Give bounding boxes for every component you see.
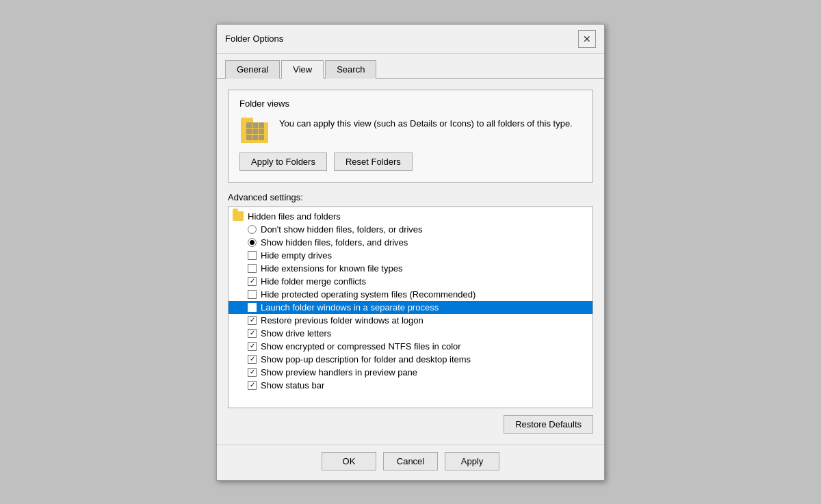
folder-views-label: Folder views bbox=[239, 98, 582, 109]
list-item-text: Hide protected operating system files (R… bbox=[261, 289, 588, 300]
list-item-text: Hide folder merge conflicts bbox=[261, 276, 588, 287]
list-item-text: Hide extensions for known file types bbox=[261, 263, 588, 274]
checkbox-launch-folder-windows[interactable] bbox=[248, 303, 257, 312]
dialog-content: Folder views You can apply this view (su… bbox=[217, 79, 604, 445]
checkbox-hide-protected-os[interactable] bbox=[248, 290, 257, 299]
folder-options-dialog: Folder Options ✕ General View Search Fol… bbox=[216, 24, 605, 481]
group-header-text: Hidden files and folders bbox=[248, 211, 341, 222]
apply-to-folders-button[interactable]: Apply to Folders bbox=[239, 152, 327, 171]
list-item[interactable]: Show drive letters bbox=[229, 327, 592, 340]
folder-icon bbox=[239, 116, 270, 143]
checkbox-show-status-bar[interactable] bbox=[248, 381, 257, 390]
reset-folders-button[interactable]: Reset Folders bbox=[334, 152, 413, 171]
list-item[interactable]: Hide empty drives bbox=[229, 249, 592, 262]
list-item[interactable]: Show preview handlers in preview pane bbox=[229, 366, 592, 379]
folder-views-section: Folder views You can apply this view (su… bbox=[228, 90, 593, 183]
checkbox-hide-extensions[interactable] bbox=[248, 264, 257, 273]
radio-show-hidden[interactable] bbox=[248, 238, 257, 247]
checkbox-show-drive-letters[interactable] bbox=[248, 329, 257, 338]
checkbox-show-preview-handlers[interactable] bbox=[248, 368, 257, 377]
list-item-text: Show hidden files, folders, and drives bbox=[261, 237, 588, 248]
list-item: Hidden files and folders bbox=[229, 210, 592, 223]
folder-views-buttons: Apply to Folders Reset Folders bbox=[239, 152, 582, 171]
list-item[interactable]: Show hidden files, folders, and drives bbox=[229, 236, 592, 249]
checkbox-hide-empty-drives[interactable] bbox=[248, 251, 257, 260]
checkbox-show-popup[interactable] bbox=[248, 355, 257, 364]
list-item[interactable]: Don't show hidden files, folders, or dri… bbox=[229, 223, 592, 236]
list-item-text: Show encrypted or compressed NTFS files … bbox=[261, 341, 588, 352]
folder-views-inner: You can apply this view (such as Details… bbox=[239, 116, 582, 143]
checkbox-hide-merge-conflicts[interactable] bbox=[248, 277, 257, 286]
advanced-settings-listbox-container: Hidden files and folders Don't show hidd… bbox=[228, 207, 593, 408]
list-item[interactable]: Hide protected operating system files (R… bbox=[229, 288, 592, 301]
advanced-settings-listbox[interactable]: Hidden files and folders Don't show hidd… bbox=[229, 207, 592, 408]
title-bar: Folder Options ✕ bbox=[217, 25, 604, 54]
list-item[interactable]: Hide extensions for known file types bbox=[229, 262, 592, 275]
tab-view[interactable]: View bbox=[281, 60, 324, 79]
list-item-text: Show preview handlers in preview pane bbox=[261, 367, 588, 377]
advanced-settings-label: Advanced settings: bbox=[228, 192, 593, 202]
list-item[interactable]: Show status bar bbox=[229, 379, 592, 392]
folder-views-description: You can apply this view (such as Details… bbox=[279, 116, 582, 131]
restore-defaults-button[interactable]: Restore Defaults bbox=[504, 415, 593, 434]
list-item-text: Show status bar bbox=[261, 380, 588, 390]
tab-general[interactable]: General bbox=[225, 60, 280, 79]
list-item-text: Show pop-up description for folder and d… bbox=[261, 354, 588, 364]
tabs-bar: General View Search bbox=[217, 54, 604, 79]
close-button[interactable]: ✕ bbox=[578, 30, 596, 48]
apply-button[interactable]: Apply bbox=[445, 452, 499, 470]
folder-group-icon bbox=[233, 211, 244, 221]
list-item[interactable]: Restore previous folder windows at logon bbox=[229, 314, 592, 327]
cancel-button[interactable]: Cancel bbox=[383, 452, 438, 470]
list-item[interactable]: Show pop-up description for folder and d… bbox=[229, 353, 592, 366]
tab-search[interactable]: Search bbox=[325, 60, 376, 79]
list-item-text: Show drive letters bbox=[261, 328, 588, 339]
ok-button[interactable]: OK bbox=[322, 452, 376, 470]
list-item-text: Launch folder windows in a separate proc… bbox=[261, 302, 588, 313]
list-item[interactable]: Launch folder windows in a separate proc… bbox=[229, 301, 592, 314]
list-item-text: Restore previous folder windows at logon bbox=[261, 315, 588, 326]
radio-dont-show[interactable] bbox=[248, 225, 257, 234]
list-item-text: Hide empty drives bbox=[261, 250, 588, 261]
dialog-footer: OK Cancel Apply bbox=[217, 445, 604, 480]
checkbox-show-encrypted[interactable] bbox=[248, 342, 257, 351]
list-item-text: Don't show hidden files, folders, or dri… bbox=[261, 224, 588, 235]
list-item[interactable]: Show encrypted or compressed NTFS files … bbox=[229, 340, 592, 353]
dialog-title: Folder Options bbox=[225, 34, 283, 44]
list-item[interactable]: Hide folder merge conflicts bbox=[229, 275, 592, 288]
checkbox-restore-previous[interactable] bbox=[248, 316, 257, 325]
restore-defaults-row: Restore Defaults bbox=[228, 415, 593, 434]
